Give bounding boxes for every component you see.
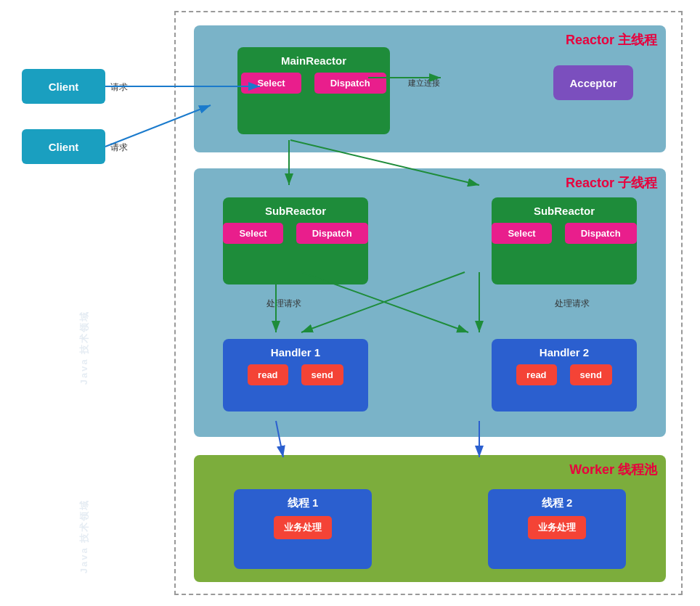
process-label-1: 处理请求: [266, 298, 301, 310]
handler-1-box: Handler 1 read send: [223, 339, 368, 411]
sub-reactor-1-title: SubReactor: [265, 205, 326, 217]
watermark-1: Java 技术领域: [78, 311, 91, 385]
client-1: Client: [22, 69, 105, 104]
main-reactor-box: MainReactor Select Dispatch: [237, 47, 390, 134]
main-reactor-btn-row: Select Dispatch: [241, 73, 386, 94]
request-label-1: 请求: [110, 81, 128, 94]
main-select-button[interactable]: Select: [241, 73, 301, 94]
thread-1-box: 线程 1 业务处理: [234, 489, 372, 569]
handler-2-box: Handler 2 read send: [492, 339, 637, 411]
process-label-2: 处理请求: [555, 298, 590, 310]
acceptor-label: Acceptor: [569, 77, 616, 89]
sub-reactor-2-box: SubReactor Select Dispatch: [492, 197, 637, 284]
watermark-2: Java 技术领域: [78, 499, 91, 574]
thread2-btn-row: 业务处理: [528, 516, 586, 539]
handler1-send-button[interactable]: send: [301, 364, 343, 385]
reactor-sub-area: Reactor 子线程 SubReactor Select Dispatch S…: [194, 168, 666, 437]
reactor-main-area: Reactor 主线程 MainReactor Select Dispatch …: [194, 25, 666, 152]
client-1-label: Client: [49, 81, 79, 93]
thread-1-title: 线程 1: [288, 496, 319, 510]
thread-2-box: 线程 2 业务处理: [488, 489, 626, 569]
handler1-btn-row: read send: [248, 364, 343, 385]
main-dispatch-button[interactable]: Dispatch: [314, 73, 386, 94]
acceptor-box: Acceptor: [553, 65, 633, 100]
thread-2-title: 线程 2: [542, 496, 573, 510]
main-reactor-title: MainReactor: [281, 54, 346, 67]
handler2-send-button[interactable]: send: [570, 364, 612, 385]
main-diagram-container: Reactor 主线程 MainReactor Select Dispatch …: [174, 11, 683, 595]
handler2-btn-row: read send: [516, 364, 612, 385]
sub2-select-button[interactable]: Select: [492, 223, 551, 244]
handler1-read-button[interactable]: read: [248, 364, 288, 385]
sub2-btn-row: Select Dispatch: [492, 223, 636, 244]
reactor-sub-label: Reactor 子线程: [566, 174, 657, 192]
handler2-read-button[interactable]: read: [516, 364, 556, 385]
sub1-select-button[interactable]: Select: [223, 223, 282, 244]
handler-2-title: Handler 2: [540, 346, 589, 359]
thread1-btn-row: 业务处理: [274, 516, 332, 539]
connect-label: 建立连接: [408, 78, 440, 89]
sub1-dispatch-button[interactable]: Dispatch: [296, 223, 368, 244]
sub-reactor-2-title: SubReactor: [534, 205, 595, 217]
sub2-dispatch-button[interactable]: Dispatch: [565, 223, 637, 244]
thread2-process-button[interactable]: 业务处理: [528, 516, 586, 539]
worker-area: Worker 线程池 线程 1 业务处理 线程 2 业务处理: [194, 455, 666, 582]
request-label-2: 请求: [110, 142, 128, 154]
sub1-btn-row: Select Dispatch: [223, 223, 367, 244]
reactor-main-label: Reactor 主线程: [566, 31, 657, 49]
handler-1-title: Handler 1: [271, 346, 320, 359]
worker-area-label: Worker 线程池: [569, 461, 657, 478]
thread1-process-button[interactable]: 业务处理: [274, 516, 332, 539]
client-2: Client: [22, 129, 105, 164]
sub-reactor-1-box: SubReactor Select Dispatch: [223, 197, 368, 284]
client-2-label: Client: [49, 141, 79, 153]
